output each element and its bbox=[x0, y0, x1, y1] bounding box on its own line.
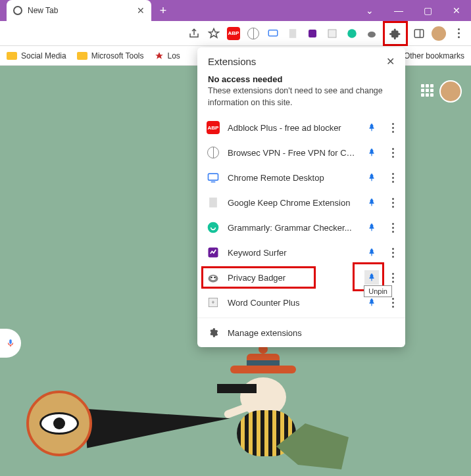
side-panel-icon[interactable] bbox=[410, 25, 428, 42]
browser-tab[interactable]: New Tab ✕ bbox=[7, 0, 151, 21]
svg-point-16 bbox=[214, 277, 216, 279]
ext-badger-icon[interactable] bbox=[363, 25, 380, 42]
pin-button[interactable] bbox=[364, 245, 379, 260]
pin-button[interactable] bbox=[364, 145, 379, 160]
svg-rect-9 bbox=[211, 181, 216, 183]
google-apps-icon[interactable] bbox=[421, 84, 434, 97]
voice-search-button[interactable] bbox=[0, 329, 21, 358]
ext-browsec-icon[interactable] bbox=[245, 25, 262, 42]
svg-point-11 bbox=[208, 222, 219, 233]
popup-title: Extensions bbox=[208, 56, 256, 67]
row-menu-icon[interactable] bbox=[387, 248, 399, 258]
pin-button[interactable] bbox=[364, 220, 379, 235]
keep-icon bbox=[207, 196, 220, 209]
profile-avatar-icon[interactable] bbox=[430, 25, 447, 42]
chrome-icon bbox=[13, 6, 22, 15]
bookmark-folder[interactable]: Microsoft Tools bbox=[77, 51, 144, 60]
row-menu-icon[interactable] bbox=[387, 223, 399, 233]
extension-row[interactable]: Keyword Surfer bbox=[197, 240, 405, 265]
extension-row[interactable]: Grammarly: Grammar Checker... bbox=[197, 215, 405, 240]
abp-icon: ABP bbox=[207, 121, 220, 134]
bookmark-label: Los bbox=[168, 51, 180, 60]
wcp-icon: + bbox=[207, 296, 220, 309]
svg-point-15 bbox=[211, 277, 212, 279]
bookmark-folder[interactable]: Social Media bbox=[7, 51, 66, 60]
other-bookmarks-label: Other bookmarks bbox=[404, 51, 464, 60]
ext-crd-icon[interactable] bbox=[264, 25, 282, 42]
extension-row-privacy-badger[interactable]: Privacy Badger Unpin bbox=[197, 265, 405, 290]
bookmark-star-icon[interactable] bbox=[205, 25, 222, 42]
extension-name: Grammarly: Grammar Checker... bbox=[228, 223, 357, 233]
extension-name: Google Keep Chrome Extension bbox=[228, 198, 357, 208]
star-icon bbox=[155, 51, 164, 60]
extension-name: Word Counter Plus bbox=[228, 298, 357, 308]
toolbar: ABP bbox=[0, 21, 471, 46]
svg-rect-10 bbox=[209, 198, 217, 208]
extension-name: Browsec VPN - Free VPN for Ch... bbox=[228, 148, 357, 158]
manage-extensions[interactable]: Manage extensions bbox=[197, 321, 405, 345]
svg-rect-6 bbox=[414, 30, 424, 37]
chrome-menu-icon[interactable] bbox=[450, 25, 467, 42]
doodle-illustration bbox=[20, 345, 349, 476]
ext-keep-icon[interactable] bbox=[284, 25, 301, 42]
row-menu-icon[interactable] bbox=[387, 298, 399, 308]
row-menu-icon[interactable] bbox=[387, 123, 399, 133]
globe-icon bbox=[207, 146, 220, 159]
crd-icon bbox=[207, 171, 220, 184]
tab-close-icon[interactable]: ✕ bbox=[137, 5, 145, 16]
gear-icon bbox=[208, 327, 218, 338]
row-menu-icon[interactable] bbox=[387, 148, 399, 158]
titlebar: New Tab ✕ + ⌄ — ▢ ✕ bbox=[0, 0, 471, 21]
popup-close-icon[interactable]: ✕ bbox=[386, 55, 395, 68]
svg-point-4 bbox=[347, 29, 357, 38]
surfer-icon bbox=[207, 246, 220, 259]
ext-surfer-icon[interactable] bbox=[304, 25, 321, 42]
extension-row[interactable]: Browsec VPN - Free VPN for Ch... bbox=[197, 140, 405, 165]
extension-name: Keyword Surfer bbox=[228, 248, 357, 258]
svg-rect-3 bbox=[328, 30, 336, 37]
bookmark-label: Microsoft Tools bbox=[91, 51, 144, 60]
svg-rect-1 bbox=[289, 29, 297, 38]
pin-button[interactable] bbox=[364, 270, 379, 285]
extension-row[interactable]: Google Keep Chrome Extension bbox=[197, 190, 405, 215]
row-menu-icon[interactable] bbox=[387, 273, 399, 283]
maximize-button[interactable]: ▢ bbox=[413, 0, 442, 21]
grammarly-icon bbox=[207, 221, 220, 234]
window-controls: ⌄ — ▢ ✕ bbox=[355, 0, 471, 21]
extension-name: Privacy Badger bbox=[228, 273, 357, 283]
section-heading: No access needed bbox=[197, 72, 405, 84]
share-icon[interactable] bbox=[186, 25, 203, 42]
extension-name: Adblock Plus - free ad blocker bbox=[228, 123, 357, 133]
folder-icon bbox=[77, 52, 87, 60]
extension-row[interactable]: ABP Adblock Plus - free ad blocker bbox=[197, 115, 405, 140]
bookmark-item[interactable]: Los bbox=[155, 51, 180, 60]
row-menu-icon[interactable] bbox=[387, 173, 399, 183]
badger-icon bbox=[207, 271, 220, 284]
new-tab-button[interactable]: + bbox=[155, 3, 171, 18]
other-bookmarks[interactable]: Other bookmarks bbox=[404, 51, 464, 60]
ext-abp-icon[interactable]: ABP bbox=[225, 25, 242, 42]
pin-button[interactable] bbox=[364, 195, 379, 210]
svg-rect-8 bbox=[209, 174, 218, 180]
svg-text:+: + bbox=[212, 299, 215, 306]
svg-point-5 bbox=[368, 32, 376, 37]
ext-wcp-icon[interactable] bbox=[324, 25, 341, 42]
svg-rect-0 bbox=[268, 30, 278, 36]
folder-icon bbox=[7, 52, 17, 60]
extensions-popup: Extensions ✕ No access needed These exte… bbox=[197, 47, 405, 347]
extension-row[interactable]: Chrome Remote Desktop bbox=[197, 165, 405, 190]
row-menu-icon[interactable] bbox=[387, 198, 399, 208]
minimize-button[interactable]: — bbox=[384, 0, 413, 21]
account-avatar[interactable] bbox=[439, 80, 462, 103]
tab-title: New Tab bbox=[28, 6, 58, 15]
ext-grammarly-icon[interactable] bbox=[343, 25, 360, 42]
pin-button[interactable] bbox=[364, 170, 379, 185]
pin-button[interactable] bbox=[364, 295, 379, 310]
section-description: These extensions don't need to see and c… bbox=[197, 84, 405, 115]
eye-icon bbox=[26, 391, 92, 456]
pin-button[interactable] bbox=[364, 120, 379, 135]
tab-search-button[interactable]: ⌄ bbox=[355, 0, 384, 21]
extensions-button[interactable] bbox=[386, 24, 405, 43]
divider bbox=[197, 318, 405, 318]
close-window-button[interactable]: ✕ bbox=[442, 0, 471, 21]
